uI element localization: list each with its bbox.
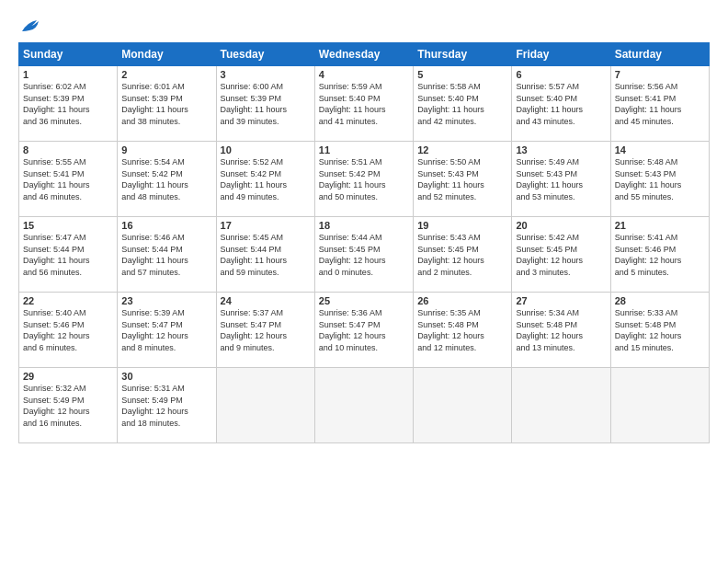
sunset-text: Sunset: 5:49 PM: [23, 396, 85, 405]
header: [18, 15, 710, 35]
day-number: 13: [516, 144, 606, 155]
day-number: 29: [23, 371, 113, 382]
calendar-cell: [314, 368, 413, 443]
day-number: 30: [121, 371, 211, 382]
sunrise-text: Sunrise: 5:43 AM: [417, 233, 481, 242]
daylight-mins: and 36 minutes.: [23, 117, 82, 126]
calendar-cell: 9Sunrise: 5:54 AMSunset: 5:42 PMDaylight…: [118, 142, 216, 217]
day-info: Sunrise: 5:54 AMSunset: 5:42 PMDaylight:…: [121, 156, 211, 202]
day-info: Sunrise: 5:39 AMSunset: 5:47 PMDaylight:…: [121, 307, 211, 353]
daylight-mins: and 41 minutes.: [319, 117, 378, 126]
day-number: 17: [221, 220, 311, 231]
sunset-text: Sunset: 5:47 PM: [121, 320, 183, 329]
sunset-text: Sunset: 5:49 PM: [121, 396, 183, 405]
sunrise-text: Sunrise: 5:31 AM: [121, 384, 185, 393]
daylight-mins: and 56 minutes.: [23, 268, 82, 277]
day-info: Sunrise: 6:02 AMSunset: 5:39 PMDaylight:…: [23, 81, 113, 127]
weekday-header-saturday: Saturday: [610, 43, 709, 66]
sunrise-text: Sunrise: 5:56 AM: [615, 82, 678, 91]
sunset-text: Sunset: 5:45 PM: [516, 245, 577, 254]
day-info: Sunrise: 5:46 AMSunset: 5:44 PMDaylight:…: [121, 232, 211, 278]
calendar: SundayMondayTuesdayWednesdayThursdayFrid…: [18, 42, 710, 443]
daylight-text: Daylight: 11 hours: [23, 180, 90, 190]
sunrise-text: Sunrise: 5:33 AM: [615, 308, 678, 317]
sunset-text: Sunset: 5:40 PM: [417, 94, 479, 103]
logo-area: [18, 18, 129, 35]
day-number: 7: [615, 69, 705, 80]
day-number: 2: [121, 69, 211, 80]
sunset-text: Sunset: 5:46 PM: [23, 320, 85, 329]
day-info: Sunrise: 5:51 AMSunset: 5:42 PMDaylight:…: [319, 156, 409, 202]
day-number: 4: [319, 69, 409, 80]
day-info: Sunrise: 5:55 AMSunset: 5:41 PMDaylight:…: [23, 156, 113, 202]
sunrise-text: Sunrise: 6:02 AM: [23, 82, 86, 91]
sunrise-text: Sunrise: 5:51 AM: [319, 157, 382, 167]
sunrise-text: Sunrise: 5:58 AM: [417, 82, 481, 91]
sunrise-text: Sunrise: 5:42 AM: [516, 233, 579, 242]
sunrise-text: Sunrise: 6:01 AM: [121, 82, 185, 91]
daylight-text: Daylight: 12 hours: [417, 331, 484, 340]
daylight-mins: and 18 minutes.: [121, 419, 180, 428]
sunrise-text: Sunrise: 5:52 AM: [221, 157, 284, 167]
sunset-text: Sunset: 5:42 PM: [319, 169, 381, 178]
calendar-cell: 21Sunrise: 5:41 AMSunset: 5:46 PMDayligh…: [610, 217, 709, 293]
daylight-text: Daylight: 12 hours: [121, 407, 188, 416]
day-info: Sunrise: 5:35 AMSunset: 5:48 PMDaylight:…: [417, 307, 507, 353]
daylight-mins: and 15 minutes.: [615, 343, 674, 352]
calendar-cell: [414, 368, 512, 443]
calendar-cell: 8Sunrise: 5:55 AMSunset: 5:41 PMDaylight…: [19, 142, 118, 217]
sunrise-text: Sunrise: 5:34 AM: [516, 308, 579, 317]
day-info: Sunrise: 5:57 AMSunset: 5:40 PMDaylight:…: [516, 81, 606, 127]
daylight-mins: and 6 minutes.: [23, 343, 77, 352]
calendar-cell: 17Sunrise: 5:45 AMSunset: 5:44 PMDayligh…: [216, 217, 314, 293]
sunset-text: Sunset: 5:39 PM: [221, 94, 282, 103]
calendar-cell: 29Sunrise: 5:32 AMSunset: 5:49 PMDayligh…: [19, 368, 118, 443]
calendar-cell: 10Sunrise: 5:52 AMSunset: 5:42 PMDayligh…: [216, 142, 314, 217]
sunset-text: Sunset: 5:43 PM: [516, 169, 577, 178]
calendar-cell: 28Sunrise: 5:33 AMSunset: 5:48 PMDayligh…: [610, 293, 709, 368]
calendar-cell: 3Sunrise: 6:00 AMSunset: 5:39 PMDaylight…: [216, 66, 314, 142]
daylight-text: Daylight: 12 hours: [121, 331, 188, 340]
sunset-text: Sunset: 5:48 PM: [417, 320, 479, 329]
daylight-mins: and 38 minutes.: [121, 117, 180, 126]
sunset-text: Sunset: 5:40 PM: [516, 94, 577, 103]
calendar-week-4: 22Sunrise: 5:40 AMSunset: 5:46 PMDayligh…: [19, 293, 710, 368]
sunset-text: Sunset: 5:44 PM: [23, 245, 85, 254]
sunset-text: Sunset: 5:41 PM: [23, 169, 85, 178]
calendar-cell: 7Sunrise: 5:56 AMSunset: 5:41 PMDaylight…: [610, 66, 709, 142]
calendar-cell: 30Sunrise: 5:31 AMSunset: 5:49 PMDayligh…: [118, 368, 216, 443]
day-number: 11: [319, 144, 409, 155]
day-number: 3: [221, 69, 311, 80]
sunrise-text: Sunrise: 5:37 AM: [221, 308, 284, 317]
daylight-text: Daylight: 12 hours: [417, 256, 484, 265]
daylight-mins: and 13 minutes.: [516, 343, 574, 352]
daylight-text: Daylight: 12 hours: [23, 331, 90, 340]
day-info: Sunrise: 5:34 AMSunset: 5:48 PMDaylight:…: [516, 307, 606, 353]
daylight-text: Daylight: 12 hours: [23, 407, 90, 416]
daylight-mins: and 59 minutes.: [221, 268, 279, 277]
sunrise-text: Sunrise: 5:39 AM: [121, 308, 185, 317]
calendar-cell: 13Sunrise: 5:49 AMSunset: 5:43 PMDayligh…: [512, 142, 610, 217]
sunrise-text: Sunrise: 5:47 AM: [23, 233, 86, 242]
day-number: 22: [23, 295, 113, 306]
calendar-cell: 4Sunrise: 5:59 AMSunset: 5:40 PMDaylight…: [314, 66, 413, 142]
day-info: Sunrise: 5:31 AMSunset: 5:49 PMDaylight:…: [121, 383, 211, 429]
calendar-cell: 6Sunrise: 5:57 AMSunset: 5:40 PMDaylight…: [512, 66, 610, 142]
daylight-mins: and 52 minutes.: [417, 192, 476, 201]
day-info: Sunrise: 5:32 AMSunset: 5:49 PMDaylight:…: [23, 383, 113, 429]
daylight-text: Daylight: 11 hours: [319, 105, 386, 114]
sunset-text: Sunset: 5:45 PM: [319, 245, 381, 254]
sunrise-text: Sunrise: 5:55 AM: [23, 157, 86, 167]
daylight-mins: and 50 minutes.: [319, 192, 378, 201]
daylight-mins: and 39 minutes.: [221, 117, 279, 126]
day-number: 20: [516, 220, 606, 231]
daylight-text: Daylight: 11 hours: [121, 256, 188, 265]
calendar-cell: 22Sunrise: 5:40 AMSunset: 5:46 PMDayligh…: [19, 293, 118, 368]
daylight-text: Daylight: 11 hours: [516, 105, 583, 114]
day-number: 12: [417, 144, 507, 155]
sunset-text: Sunset: 5:39 PM: [23, 94, 85, 103]
day-number: 1: [23, 69, 113, 80]
daylight-mins: and 53 minutes.: [516, 192, 574, 201]
calendar-week-5: 29Sunrise: 5:32 AMSunset: 5:49 PMDayligh…: [19, 368, 710, 443]
weekday-header-tuesday: Tuesday: [216, 43, 314, 66]
